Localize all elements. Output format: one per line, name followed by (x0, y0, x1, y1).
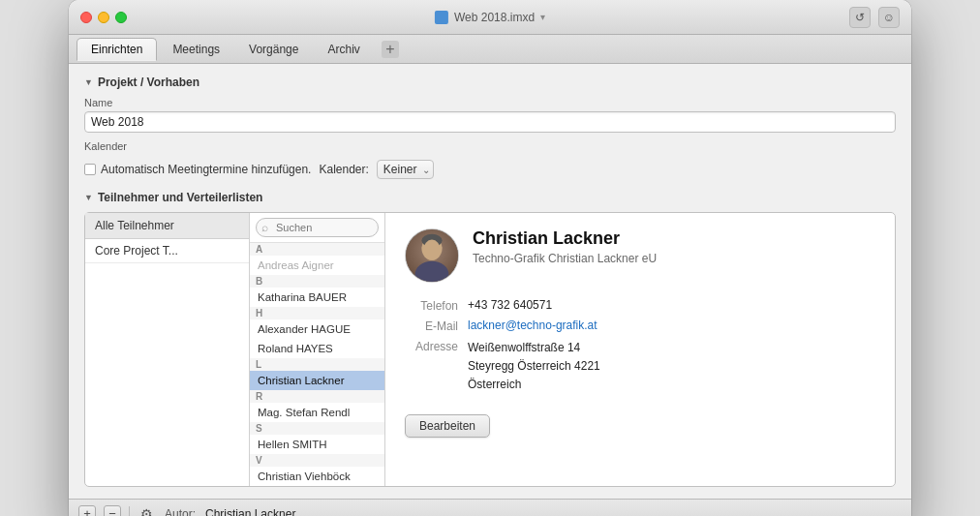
name-label: Name (84, 97, 896, 108)
contact-christian-lackner[interactable]: Christian Lackner (250, 371, 384, 390)
projekt-section-title: Projekt / Vorhaben (98, 76, 199, 89)
contact-list: A Andreas Aigner B Katharina BAUER H Ale… (250, 243, 384, 486)
participants-body: Alle Teilnehmer Core Project T... A Andr… (84, 212, 896, 487)
detail-email-row: E-Mail lackner@techno-grafik.at (405, 319, 875, 333)
detail-fields: Telefon +43 732 640571 E-Mail lackner@te… (405, 298, 875, 395)
edit-button[interactable]: Bearbeiten (405, 414, 490, 438)
contact-roland-hayes[interactable]: Roland HAYES (250, 339, 384, 358)
add-participant-button[interactable]: + (78, 505, 96, 517)
auto-meeting-checkbox[interactable] (84, 164, 96, 175)
address-value: Weißenwolffstraße 14 Steyregg Österreich… (468, 339, 600, 395)
contact-hellen-smith[interactable]: Hellen SMITH (250, 435, 384, 454)
detail-address-row: Adresse Weißenwolffstraße 14 Steyregg Ös… (405, 339, 875, 395)
avatar-image (406, 229, 458, 282)
contact-christian-viehboeck[interactable]: Christian Viehböck (250, 467, 384, 486)
tab-einrichten[interactable]: Einrichten (77, 38, 157, 61)
tab-vorgaenge[interactable]: Vorgänge (235, 39, 312, 60)
detail-panel: Christian Lackner Techno-Grafik Christia… (385, 213, 895, 486)
group-item-core[interactable]: Core Project T... (85, 239, 249, 263)
detail-phone-row: Telefon +43 732 640571 (405, 298, 875, 313)
footer-author-prefix: Autor: (165, 507, 196, 517)
project-name-input[interactable] (84, 111, 896, 133)
window-title: Web 2018.imxd (454, 11, 535, 24)
window-title-area: Web 2018.imxd ▾ (435, 11, 545, 24)
alpha-v: V (250, 454, 384, 467)
alpha-a: A (250, 243, 384, 256)
contact-katharina-bauer[interactable]: Katharina BAUER (250, 288, 384, 307)
detail-header: Christian Lackner Techno-Grafik Christia… (405, 228, 875, 283)
titlebar-actions: ↺ ☺ (849, 7, 900, 28)
projekt-section: ▼ Projekt / Vorhaben Name Kalender Autom… (84, 76, 896, 179)
footer: + − ⚙ Autor: Christian Lackner (69, 499, 911, 516)
tab-archiv[interactable]: Archiv (314, 39, 373, 60)
calendar-select-wrapper[interactable]: Keiner (377, 160, 434, 179)
tab-meetings[interactable]: Meetings (159, 39, 233, 60)
main-window: Web 2018.imxd ▾ ↺ ☺ Einrichten Meetings … (69, 0, 911, 516)
address-line2: Steyregg Österreich 4221 (468, 357, 600, 376)
minimize-button[interactable] (98, 12, 109, 23)
alpha-s: S (250, 422, 384, 435)
left-panel: Alle Teilnehmer Core Project T... (85, 213, 250, 486)
contact-andreas-aigner[interactable]: Andreas Aigner (250, 256, 384, 275)
chevron-icon-2: ▼ (84, 193, 93, 202)
traffic-lights (80, 12, 127, 23)
calendar-select[interactable]: Keiner (377, 160, 434, 179)
alpha-h: H (250, 307, 384, 319)
address-line1: Weißenwolffstraße 14 (468, 339, 600, 357)
participants-section-title: Teilnehmer und Verteilerlisten (98, 191, 263, 204)
titlebar: Web 2018.imxd ▾ ↺ ☺ (69, 0, 911, 35)
contact-alexander-hague[interactable]: Alexander HAGUE (250, 319, 384, 339)
calendar-row: Automatisch Meetingtermine hinzufügen. K… (84, 160, 896, 179)
auto-meeting-label: Automatisch Meetingtermine hinzufügen. (101, 163, 311, 176)
search-input[interactable] (256, 218, 379, 237)
participants-section-header[interactable]: ▼ Teilnehmer und Verteilerlisten (84, 191, 896, 204)
participants-section: ▼ Teilnehmer und Verteilerlisten Alle Te… (84, 191, 896, 487)
refresh-button[interactable]: ↺ (849, 7, 871, 28)
phone-value: +43 732 640571 (468, 298, 552, 313)
close-button[interactable] (80, 12, 92, 23)
projekt-section-header[interactable]: ▼ Projekt / Vorhaben (84, 76, 896, 89)
search-box (250, 213, 384, 243)
contact-stefan-rendl[interactable]: Mag. Stefan Rendl (250, 403, 384, 422)
alpha-l: L (250, 358, 384, 371)
email-value[interactable]: lackner@techno-grafik.at (468, 319, 597, 333)
remove-participant-button[interactable]: − (104, 505, 121, 517)
document-icon (435, 11, 448, 24)
calendar-select-prefix: Kalender: (319, 163, 368, 176)
footer-separator (129, 506, 130, 517)
alpha-r: R (250, 390, 384, 403)
detail-name: Christian Lackner (473, 228, 657, 249)
contact-list-panel: A Andreas Aigner B Katharina BAUER H Ale… (250, 213, 385, 486)
address-label: Adresse (405, 339, 458, 395)
smiley-button[interactable]: ☺ (878, 7, 900, 28)
search-wrap (256, 218, 379, 237)
tabbar: Einrichten Meetings Vorgänge Archiv + (69, 35, 911, 64)
address-line3: Österreich (468, 376, 600, 394)
svg-point-4 (423, 240, 440, 260)
alpha-b: B (250, 275, 384, 288)
avatar (405, 228, 459, 283)
maximize-button[interactable] (115, 12, 127, 23)
chevron-down-icon: ▾ (540, 12, 545, 22)
calendar-label: Kalender (84, 140, 896, 152)
email-label: E-Mail (405, 319, 458, 333)
detail-name-company: Christian Lackner Techno-Grafik Christia… (473, 228, 657, 265)
chevron-icon: ▼ (84, 77, 93, 87)
add-tab-button[interactable]: + (382, 41, 399, 58)
auto-meeting-checkbox-label[interactable]: Automatisch Meetingtermine hinzufügen. (84, 163, 311, 176)
all-participants-button[interactable]: Alle Teilnehmer (85, 213, 249, 239)
main-content: ▼ Projekt / Vorhaben Name Kalender Autom… (69, 64, 911, 499)
settings-gear-icon[interactable]: ⚙ (138, 505, 155, 517)
phone-label: Telefon (405, 298, 458, 313)
footer-author-name: Christian Lackner (205, 507, 295, 517)
detail-company: Techno-Grafik Christian Lackner eU (473, 252, 657, 265)
